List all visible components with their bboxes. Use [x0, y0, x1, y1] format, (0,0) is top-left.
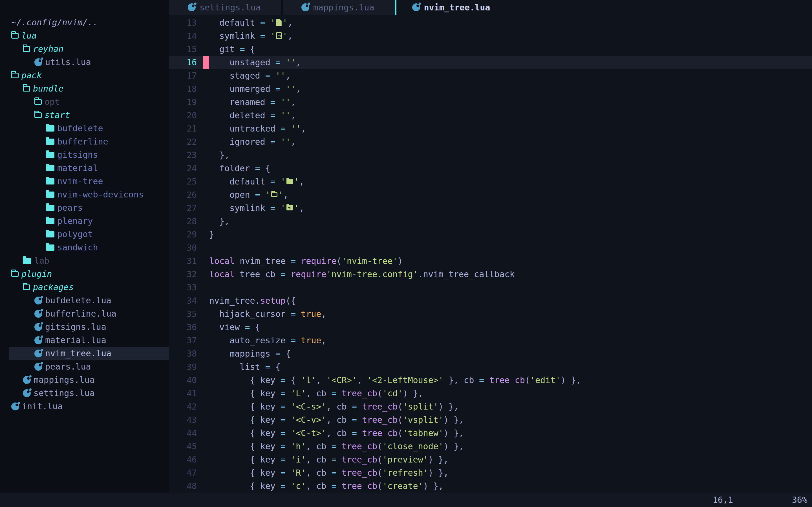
tree-item-~/.config/nvim/..[interactable]: ~/.config/nvim/..	[0, 16, 169, 29]
tree-item-lua[interactable]: lua	[0, 29, 169, 42]
sign-column	[203, 361, 209, 373]
tree-item-nvim_tree.lua[interactable]: nvim_tree.lua	[0, 347, 169, 360]
tree-item-bufferline.lua[interactable]: bufferline.lua	[0, 307, 169, 320]
code-line-17[interactable]: 17 staged = '',	[169, 69, 812, 82]
code-line-20[interactable]: 20 deleted = '',	[169, 109, 812, 122]
tab-mappings.lua[interactable]: mappings.lua	[283, 0, 395, 15]
tree-item-nvim-web-devicons[interactable]: nvim-web-devicons	[0, 188, 169, 201]
tab-settings.lua[interactable]: settings.lua	[169, 0, 281, 15]
sign-column	[203, 387, 209, 400]
code-line-25[interactable]: 25 default = '',	[169, 175, 812, 188]
lua-file-icon	[35, 323, 42, 331]
tree-item-mappings.lua[interactable]: mappings.lua	[0, 373, 169, 386]
tree-item-sandwich[interactable]: sandwich	[0, 241, 169, 254]
tree-item-pears.lua[interactable]: pears.lua	[0, 360, 169, 373]
code-line-27[interactable]: 27 symlink = '',	[169, 202, 812, 215]
tree-item-init.lua[interactable]: init.lua	[0, 400, 169, 413]
code-line-22[interactable]: 22 ignored = '',	[169, 135, 812, 149]
code-line-23[interactable]: 23 },	[169, 149, 812, 162]
tree-item-polygot[interactable]: polygot	[0, 228, 169, 241]
sign-column	[203, 17, 209, 29]
tree-item-settings.lua[interactable]: settings.lua	[0, 386, 169, 400]
code-line-29[interactable]: 29}	[169, 228, 812, 241]
line-number: 18	[169, 84, 203, 94]
sign-column	[203, 334, 209, 347]
tree-item-gitsigns[interactable]: gitsigns	[0, 148, 169, 161]
code-line-13[interactable]: 13 default = '',	[169, 16, 812, 29]
tree-item-utils.lua[interactable]: utils.lua	[0, 55, 169, 69]
code-line-36[interactable]: 36 view = {	[169, 321, 812, 334]
tree-item-bufdelete[interactable]: bufdelete	[0, 122, 169, 135]
nvim-window: ~/.config/nvim/..luareyhanutils.luapackb…	[0, 0, 812, 507]
tree-item-label: ~/.config/nvim/..	[11, 17, 98, 27]
tab-nvim_tree.lua[interactable]: nvim_tree.lua	[396, 0, 511, 15]
tree-item-gitsigns.lua[interactable]: gitsigns.lua	[0, 320, 169, 334]
sign-column	[203, 321, 209, 334]
code-text: folder = {	[209, 163, 270, 173]
tree-item-bufferline[interactable]: bufferline	[0, 135, 169, 148]
code-text: { key = 'L', cb = tree_cb('cd') },	[209, 388, 423, 398]
sign-column	[203, 215, 209, 228]
tree-item-packages[interactable]: packages	[0, 281, 169, 294]
code-line-31[interactable]: 31local nvim_tree = require('nvim-tree')	[169, 255, 812, 268]
sign-column	[203, 189, 209, 201]
code-line-46[interactable]: 46 { key = 'i', cb = tree_cb('preview') …	[169, 453, 812, 466]
code-line-38[interactable]: 38 mappings = {	[169, 347, 812, 360]
line-number: 15	[169, 44, 203, 54]
code-line-33[interactable]: 33	[169, 281, 812, 294]
code-line-16[interactable]: 16 unstaged = '',	[169, 56, 812, 69]
line-number: 25	[169, 177, 203, 186]
sign-column	[203, 149, 209, 161]
folder-open-icon	[23, 284, 30, 290]
code-line-43[interactable]: 43 { key = '<C-v>', cb = tree_cb('vsplit…	[169, 413, 812, 427]
folder-open-icon	[23, 46, 30, 52]
tree-item-pears[interactable]: pears	[0, 201, 169, 214]
code-area[interactable]: 13 default = '',14 symlink = '',15 git =…	[169, 16, 812, 493]
code-line-19[interactable]: 19 renamed = '',	[169, 96, 812, 109]
tree-item-label: bufferline	[57, 136, 108, 147]
tree-item-opt[interactable]: opt	[0, 95, 169, 108]
tree-item-material[interactable]: material	[0, 161, 169, 175]
code-line-14[interactable]: 14 symlink = '',	[169, 29, 812, 43]
code-line-15[interactable]: 15 git = {	[169, 43, 812, 56]
tree-item-label: lab	[34, 256, 49, 266]
code-line-28[interactable]: 28 },	[169, 215, 812, 228]
file-tree: ~/.config/nvim/..luareyhanutils.luapackb…	[0, 16, 169, 413]
tree-item-plenary[interactable]: plenary	[0, 214, 169, 228]
lua-file-icon	[188, 3, 196, 11]
tree-item-nvim-tree[interactable]: nvim-tree	[0, 175, 169, 188]
code-line-48[interactable]: 48 { key = 'c', cb = tree_cb('create') }…	[169, 480, 812, 493]
code-line-32[interactable]: 32local tree_cb = require'nvim-tree.conf…	[169, 268, 812, 281]
tree-item-bufdelete.lua[interactable]: bufdelete.lua	[0, 294, 169, 307]
code-line-37[interactable]: 37 auto_resize = true,	[169, 334, 812, 347]
code-text: renamed = '',	[209, 97, 296, 107]
tree-item-start[interactable]: start	[0, 108, 169, 122]
tree-item-lab[interactable]: lab	[0, 254, 169, 267]
code-line-47[interactable]: 47 { key = 'R', cb = tree_cb('refresh') …	[169, 466, 812, 480]
sign-column	[203, 467, 209, 479]
line-number: 13	[169, 18, 203, 27]
code-line-35[interactable]: 35 hijack_cursor = true,	[169, 307, 812, 321]
code-line-18[interactable]: 18 unmerged = '',	[169, 82, 812, 96]
tree-item-label: pears.lua	[45, 362, 91, 372]
code-line-45[interactable]: 45 { key = 'h', cb = tree_cb('close_node…	[169, 440, 812, 453]
line-number: 23	[169, 150, 203, 160]
code-line-30[interactable]: 30	[169, 241, 812, 255]
code-line-40[interactable]: 40 { key = { 'l', '<CR>', '<2-LeftMouse>…	[169, 374, 812, 387]
code-line-39[interactable]: 39 list = {	[169, 360, 812, 374]
code-line-44[interactable]: 44 { key = '<C-t>', cb = tree_cb('tabnew…	[169, 427, 812, 440]
tree-item-pack[interactable]: pack	[0, 69, 169, 82]
code-line-24[interactable]: 24 folder = {	[169, 162, 812, 175]
sign-column	[203, 30, 209, 42]
tree-item-material.lua[interactable]: material.lua	[0, 334, 169, 347]
code-line-42[interactable]: 42 { key = '<C-s>', cb = tree_cb('split'…	[169, 400, 812, 413]
folder-closed-icon	[46, 218, 54, 224]
code-line-41[interactable]: 41 { key = 'L', cb = tree_cb('cd') },	[169, 387, 812, 400]
tree-item-reyhan[interactable]: reyhan	[0, 42, 169, 55]
tree-item-bundle[interactable]: bundle	[0, 82, 169, 95]
code-line-26[interactable]: 26 open = '',	[169, 188, 812, 202]
code-line-34[interactable]: 34nvim_tree.setup({	[169, 294, 812, 307]
code-line-21[interactable]: 21 untracked = '',	[169, 122, 812, 135]
line-number: 20	[169, 110, 203, 120]
tree-item-plugin[interactable]: plugin	[0, 267, 169, 281]
